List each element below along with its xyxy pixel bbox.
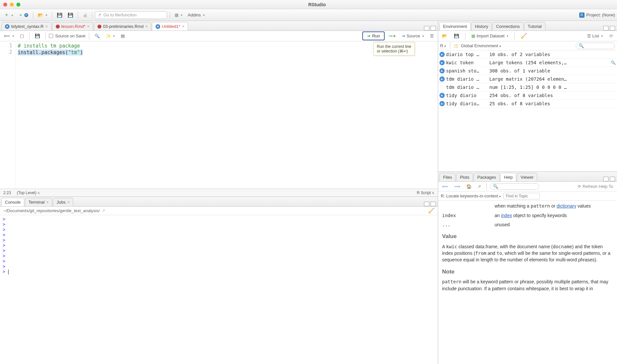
- project-menu[interactable]: R Project: (None): [579, 12, 615, 18]
- help-search-input[interactable]: 🔍: [490, 183, 539, 190]
- close-tab-button[interactable]: ×: [87, 24, 90, 29]
- print-button[interactable]: 🖨: [81, 11, 89, 19]
- maximize-pane-button[interactable]: [431, 26, 436, 30]
- minimize-env-button[interactable]: [603, 26, 608, 30]
- help-home-button[interactable]: 🏠: [464, 183, 474, 190]
- new-file-button[interactable]: ＋: [2, 10, 15, 19]
- environment-tab[interactable]: Connections: [492, 22, 523, 30]
- scope-selector[interactable]: (Top Level) ⇅: [17, 191, 40, 195]
- close-tab-button[interactable]: ×: [145, 24, 148, 29]
- environment-list: ▶diario_top_…10 obs. of 2 variables▶kwic…: [438, 51, 617, 172]
- env-search-input[interactable]: 🔍: [576, 43, 615, 49]
- import-dataset-button[interactable]: ▦ Import Dataset: [469, 32, 510, 39]
- help-tab[interactable]: Viewer: [517, 173, 537, 181]
- help-popout-button[interactable]: ⇗: [476, 183, 483, 190]
- env-row[interactable]: ▶kwic_tokenLarge tokens (254 elements,…🔍: [438, 59, 617, 67]
- help-tab[interactable]: Packages: [474, 173, 500, 181]
- console-tabbar: ConsoleTerminal×Jobs×: [0, 197, 438, 207]
- goto-file-input[interactable]: ↗ Go to file/function: [95, 11, 167, 19]
- env-scope-selector[interactable]: Global Environment ▾: [461, 43, 501, 48]
- show-in-new-window-button[interactable]: ▢: [18, 32, 26, 39]
- outline-button[interactable]: ▤: [119, 32, 127, 39]
- help-content[interactable]: when matching a pattern or dictionary va…: [438, 201, 617, 364]
- outline-toggle-button[interactable]: ☰: [428, 32, 436, 39]
- index-link[interactable]: index: [501, 213, 512, 218]
- source-tab[interactable]: RUntitled1*×: [152, 22, 188, 30]
- maximize-window-button[interactable]: [16, 3, 20, 7]
- dictionary-link[interactable]: dictionary: [557, 203, 576, 209]
- clear-console-button[interactable]: 🧹: [428, 208, 435, 214]
- maximize-console-button[interactable]: [431, 202, 436, 206]
- source-tab[interactable]: lesson.Rmd*×: [52, 22, 93, 30]
- inspect-icon[interactable]: 🔍: [611, 60, 616, 65]
- help-tab[interactable]: Help: [500, 173, 516, 181]
- new-project-button[interactable]: ＋R: [16, 11, 30, 19]
- env-row[interactable]: ▶tidy_diario…25 obs. of 8 variables: [438, 100, 617, 108]
- environment-tab[interactable]: Environment: [439, 22, 471, 30]
- save-workspace-button[interactable]: 💾: [452, 32, 461, 39]
- environment-tab[interactable]: History: [471, 22, 492, 30]
- find-button[interactable]: 🔍: [93, 32, 102, 39]
- find-in-topic-input[interactable]: [503, 193, 540, 199]
- save-button[interactable]: 💾: [55, 11, 64, 19]
- expand-icon[interactable]: ▶: [439, 60, 445, 65]
- run-button[interactable]: ➔ Run: [362, 31, 385, 40]
- env-row[interactable]: ▶tidy_diario254 obs. of 8 variables: [438, 91, 617, 100]
- env-row[interactable]: tdm_diario_…num [1:25, 1:25] 0 0 0 0 0 …: [438, 83, 617, 91]
- refresh-help-button[interactable]: ⟳ Refresh Help To: [576, 183, 615, 190]
- rmd-file-icon: [97, 25, 101, 29]
- minimize-window-button[interactable]: [10, 3, 14, 7]
- console-tab[interactable]: Terminal×: [25, 198, 53, 206]
- rerun-button[interactable]: ↪➔: [387, 32, 398, 39]
- source-tab[interactable]: Rtidytext_syntax.R×: [1, 22, 52, 30]
- minimize-console-button[interactable]: [424, 202, 429, 206]
- open-file-button[interactable]: 📂: [36, 11, 49, 19]
- grid-tools-button[interactable]: ▦: [173, 11, 184, 18]
- expand-icon[interactable]: ▶: [439, 76, 445, 82]
- expand-icon[interactable]: ▶: [439, 93, 445, 98]
- addins-button[interactable]: Addins: [186, 11, 207, 18]
- help-toolbar: ⟸ ⟹ 🏠 ⇗ 🔍 ⟳ Refresh Help To: [438, 182, 617, 192]
- source-button[interactable]: ➔ Source: [400, 32, 426, 39]
- close-tab-button[interactable]: ×: [67, 200, 70, 205]
- help-tab[interactable]: Plots: [456, 173, 473, 181]
- maximize-env-button[interactable]: [610, 26, 615, 30]
- save-file-button[interactable]: 💾: [33, 32, 42, 39]
- close-tab-button[interactable]: ×: [46, 200, 49, 205]
- minimize-help-button[interactable]: [603, 177, 608, 181]
- console-tab[interactable]: Jobs×: [53, 198, 73, 206]
- console-tab[interactable]: Console: [1, 198, 24, 206]
- close-window-button[interactable]: [3, 3, 7, 7]
- file-type-selector[interactable]: R Script ⇅: [417, 191, 435, 195]
- load-workspace-button[interactable]: 📂: [440, 32, 449, 39]
- console-output[interactable]: > > > > > > > > > > >: [0, 215, 438, 364]
- help-topic-bar: R: Locate keywords-in-context ▾: [438, 192, 617, 201]
- refresh-env-button[interactable]: ⟳: [607, 32, 615, 39]
- env-row[interactable]: ▶spanish_sto…308 obs. of 1 variable: [438, 67, 617, 75]
- source-on-save-checkbox[interactable]: [49, 34, 53, 38]
- source-tab[interactable]: 03-preliminaries.Rmd×: [94, 22, 151, 30]
- help-breadcrumb[interactable]: R: Locate keywords-in-context ▾: [441, 193, 501, 198]
- expand-icon[interactable]: ▶: [439, 101, 445, 106]
- view-mode-button[interactable]: ☰ List: [585, 32, 605, 39]
- help-forward-button[interactable]: ⟹: [452, 183, 462, 190]
- wand-button[interactable]: ✨: [104, 32, 117, 39]
- language-selector[interactable]: R ▾: [440, 43, 446, 48]
- help-tab[interactable]: Files: [439, 173, 456, 181]
- minimize-pane-button[interactable]: [424, 26, 429, 30]
- help-back-button[interactable]: ⟸: [440, 183, 450, 190]
- maximize-help-button[interactable]: [610, 177, 615, 181]
- save-all-button[interactable]: 💾: [66, 11, 75, 19]
- env-var-name: tdm_diario_…: [446, 76, 489, 82]
- back-nav-button[interactable]: ⟸: [2, 32, 16, 39]
- env-row[interactable]: ▶diario_top_…10 obs. of 2 variables: [438, 51, 617, 59]
- clear-workspace-button[interactable]: 🧹: [519, 32, 529, 40]
- code-editor[interactable]: 12 # installs tm packageinstall.packages…: [0, 41, 438, 189]
- close-tab-button[interactable]: ×: [182, 24, 184, 29]
- environment-tab[interactable]: Tutorial: [524, 22, 545, 30]
- expand-icon[interactable]: ▶: [439, 52, 445, 57]
- run-tooltip: Run the current line or selection (⌘↩): [373, 42, 415, 56]
- env-row[interactable]: ▶tdm_diario_…Large matrix (207264 elemen…: [438, 75, 617, 83]
- expand-icon[interactable]: ▶: [439, 68, 445, 73]
- close-tab-button[interactable]: ×: [45, 24, 48, 29]
